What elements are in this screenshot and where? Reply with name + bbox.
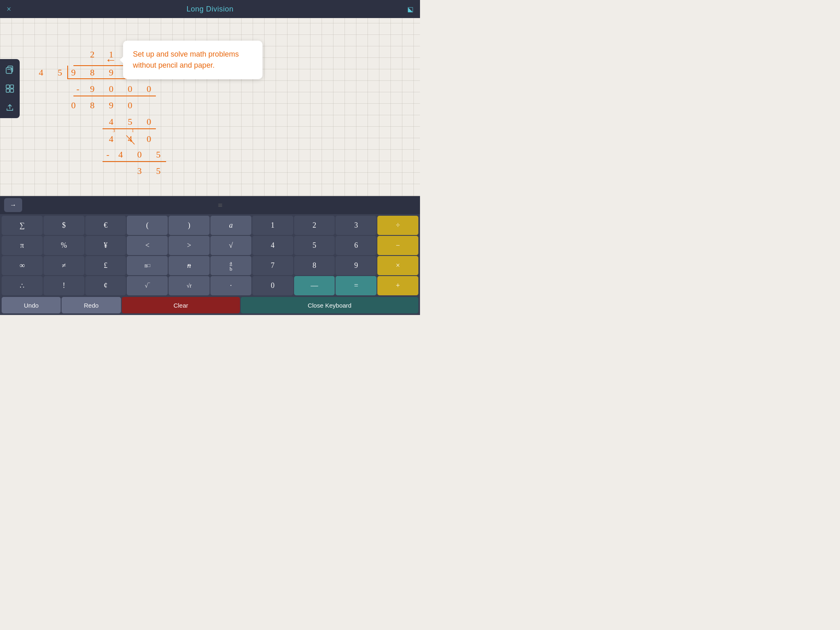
keyboard-top-bar: → ≡ xyxy=(0,196,420,214)
svg-text:8: 8 xyxy=(90,100,95,110)
svg-text:8: 8 xyxy=(90,67,95,78)
tooltip-text: Set up and solve math problems without p… xyxy=(133,49,253,71)
key-yen[interactable]: ¥ xyxy=(85,236,126,255)
svg-text:4: 4 xyxy=(128,134,132,144)
svg-text:0: 0 xyxy=(128,100,132,110)
svg-text:0: 0 xyxy=(109,84,114,94)
svg-text:9: 9 xyxy=(71,67,76,78)
top-bar: × Long Division ⬕ xyxy=(0,0,420,18)
key-infinity[interactable]: ∞ xyxy=(2,256,43,275)
key-8[interactable]: 8 xyxy=(294,256,335,275)
svg-text:0: 0 xyxy=(71,100,76,110)
svg-text:0: 0 xyxy=(147,116,151,127)
svg-text:4: 4 xyxy=(119,149,123,160)
close-keyboard-button[interactable]: Close Keyboard xyxy=(241,297,418,313)
key-a-italic[interactable]: a xyxy=(210,216,251,235)
svg-text:0: 0 xyxy=(147,84,151,94)
svg-text:9: 9 xyxy=(109,67,114,78)
key-notequal[interactable]: ≠ xyxy=(43,256,84,275)
svg-text:3: 3 xyxy=(137,166,142,176)
svg-text:-: - xyxy=(106,149,109,160)
svg-text:5: 5 xyxy=(156,149,161,160)
svg-text:-: - xyxy=(76,84,79,94)
key-exclaim[interactable]: ! xyxy=(43,276,84,295)
key-pound[interactable]: £ xyxy=(85,256,126,275)
key-cent[interactable]: ¢ xyxy=(85,276,126,295)
key-1[interactable]: 1 xyxy=(252,216,293,235)
key-strikethrough-n[interactable]: n xyxy=(169,256,210,275)
sidebar-paste-button[interactable] xyxy=(2,62,17,77)
key-euro[interactable]: € xyxy=(85,216,126,235)
svg-rect-4 xyxy=(6,89,9,92)
key-0[interactable]: 0 xyxy=(252,276,293,295)
keyboard-action-bar: Undo Redo Clear Close Keyboard xyxy=(0,297,420,315)
key-lparen[interactable]: ( xyxy=(127,216,168,235)
key-lt[interactable]: < xyxy=(127,236,168,255)
left-sidebar xyxy=(0,59,20,118)
key-minus[interactable]: − xyxy=(377,236,418,255)
svg-text:0: 0 xyxy=(137,149,142,160)
key-pi[interactable]: π xyxy=(2,236,43,255)
close-button[interactable]: × xyxy=(7,5,11,14)
page-title: Long Division xyxy=(187,5,234,14)
svg-text:5: 5 xyxy=(58,67,62,78)
key-dollar[interactable]: $ xyxy=(43,216,84,235)
keyboard-area: → ≡ ∑ $ € ( ) a 1 2 3 ÷ π % ¥ < > √ 4 5 … xyxy=(0,196,420,315)
key-2[interactable]: 2 xyxy=(294,216,335,235)
svg-text:4: 4 xyxy=(109,134,114,144)
svg-text:5: 5 xyxy=(128,116,132,127)
svg-text:0: 0 xyxy=(128,84,132,94)
key-sigma[interactable]: ∑ xyxy=(2,216,43,235)
key-divide[interactable]: ÷ xyxy=(377,216,418,235)
redo-button[interactable]: Redo xyxy=(62,297,121,313)
tooltip-box: ← Set up and solve math problems without… xyxy=(123,41,262,79)
key-6[interactable]: 6 xyxy=(336,236,377,255)
clear-button[interactable]: Clear xyxy=(122,297,240,313)
key-plus[interactable]: + xyxy=(377,276,418,295)
keyboard-grid: ∑ $ € ( ) a 1 2 3 ÷ π % ¥ < > √ 4 5 6 − … xyxy=(0,214,420,297)
svg-text:1: 1 xyxy=(132,128,134,133)
key-fraction[interactable]: ab xyxy=(210,256,251,275)
key-therefore[interactable]: ∴ xyxy=(2,276,43,295)
key-sqrt-long[interactable]: √‾ xyxy=(127,276,168,295)
svg-text:5: 5 xyxy=(156,166,161,176)
svg-rect-2 xyxy=(6,85,9,88)
key-dot[interactable]: · xyxy=(210,276,251,295)
svg-rect-5 xyxy=(10,89,14,92)
svg-text:2: 2 xyxy=(90,49,95,59)
main-area: 2 1 9 r35 4 5 9 8 9 0 - 9 0 0 0 0 8 9 0 … xyxy=(0,18,420,196)
key-rparen[interactable]: ) xyxy=(169,216,210,235)
sidebar-share-button[interactable] xyxy=(2,100,17,115)
key-gt[interactable]: > xyxy=(169,236,210,255)
keyboard-drag-handle[interactable]: ≡ xyxy=(26,201,416,210)
svg-text:9: 9 xyxy=(90,84,95,94)
key-3[interactable]: 3 xyxy=(336,216,377,235)
sidebar-grid-button[interactable] xyxy=(2,81,17,96)
key-4[interactable]: 4 xyxy=(252,236,293,255)
svg-text:0: 0 xyxy=(147,134,151,144)
keyboard-arrow-button[interactable]: → xyxy=(4,198,22,212)
key-percent[interactable]: % xyxy=(43,236,84,255)
key-multiply[interactable]: × xyxy=(377,256,418,275)
svg-text:3: 3 xyxy=(113,128,115,133)
key-sqrt[interactable]: √ xyxy=(210,236,251,255)
svg-text:4: 4 xyxy=(109,116,114,127)
undo-button[interactable]: Undo xyxy=(2,297,61,313)
svg-text:9: 9 xyxy=(109,100,114,110)
svg-rect-3 xyxy=(10,85,14,88)
key-5[interactable]: 5 xyxy=(294,236,335,255)
key-9[interactable]: 9 xyxy=(336,256,377,275)
svg-text:4: 4 xyxy=(39,67,43,78)
key-nsup[interactable]: n□ xyxy=(127,256,168,275)
key-equals[interactable]: = xyxy=(336,276,377,295)
key-line[interactable]: — xyxy=(294,276,335,295)
key-7[interactable]: 7 xyxy=(252,256,293,275)
expand-button[interactable]: ⬕ xyxy=(407,5,413,13)
key-sqrt-r[interactable]: √r xyxy=(169,276,210,295)
